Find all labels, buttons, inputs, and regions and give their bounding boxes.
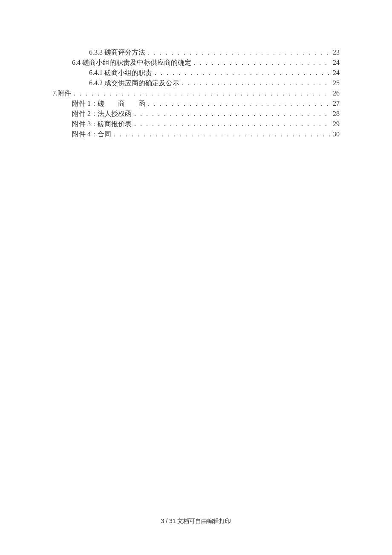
toc-entry: 附件 1：磋 商 函 27: [52, 99, 340, 110]
toc-entry-page: 25: [331, 79, 340, 87]
toc-container: 6.3.3 磋商评分方法 23 6.4 磋商小组的职责及中标供应商的确定 24 …: [52, 48, 340, 140]
toc-entry-text: 6.4 磋商小组的职责及中标供应商的确定: [72, 58, 191, 67]
toc-leader-dots: [132, 120, 331, 128]
toc-leader-dots: [132, 110, 331, 118]
document-page: 6.3.3 磋商评分方法 23 6.4 磋商小组的职责及中标供应商的确定 24 …: [0, 0, 392, 555]
toc-entry: 6.4 磋商小组的职责及中标供应商的确定 24: [52, 58, 340, 69]
toc-entry-page: 29: [331, 120, 340, 128]
toc-entry: 6.4.2 成交供应商的确定及公示 25: [52, 79, 340, 89]
toc-entry-page: 24: [331, 69, 340, 77]
toc-entry: 6.4.1 磋商小组的职责 24: [52, 69, 340, 79]
toc-entry: 6.3.3 磋商评分方法 23: [52, 48, 340, 58]
toc-entry: 附件 2：法人授权函 28: [52, 110, 340, 120]
toc-entry-text: 6.3.3 磋商评分方法: [89, 48, 145, 57]
toc-entry-page: 27: [331, 100, 340, 107]
toc-entry-text: 6.4.1 磋商小组的职责: [89, 69, 152, 78]
toc-entry-text: 附件 2：法人授权函: [72, 110, 132, 119]
toc-leader-dots: [145, 49, 331, 56]
toc-entry-page: 26: [331, 90, 340, 97]
toc-entry: 附件 3：磋商报价表 29: [52, 120, 340, 130]
toc-entry-text: 附件 3：磋商报价表: [72, 120, 132, 129]
toc-leader-dots: [191, 59, 331, 66]
toc-entry-page: 30: [331, 130, 340, 138]
toc-leader-dots: [145, 100, 331, 107]
toc-entry: 附件 4：合同 30: [52, 130, 340, 140]
toc-entry-page: 24: [331, 59, 340, 66]
toc-entry: 7.附件 26: [52, 89, 340, 99]
toc-leader-dots: [152, 69, 331, 77]
toc-entry-page: 28: [331, 110, 340, 118]
toc-leader-dots: [111, 130, 331, 138]
footer-text: 3 / 31 文档可自由编辑打印: [161, 517, 231, 524]
page-footer: 3 / 31 文档可自由编辑打印: [0, 517, 392, 525]
toc-entry-text: 附件 1：磋 商 函: [72, 99, 145, 108]
toc-entry-page: 23: [331, 49, 340, 56]
toc-entry-text: 6.4.2 成交供应商的确定及公示: [89, 79, 179, 88]
toc-entry-text: 附件 4：合同: [72, 130, 111, 139]
toc-entry-text: 7.附件: [52, 89, 71, 98]
toc-leader-dots: [71, 90, 331, 97]
toc-leader-dots: [179, 79, 331, 87]
